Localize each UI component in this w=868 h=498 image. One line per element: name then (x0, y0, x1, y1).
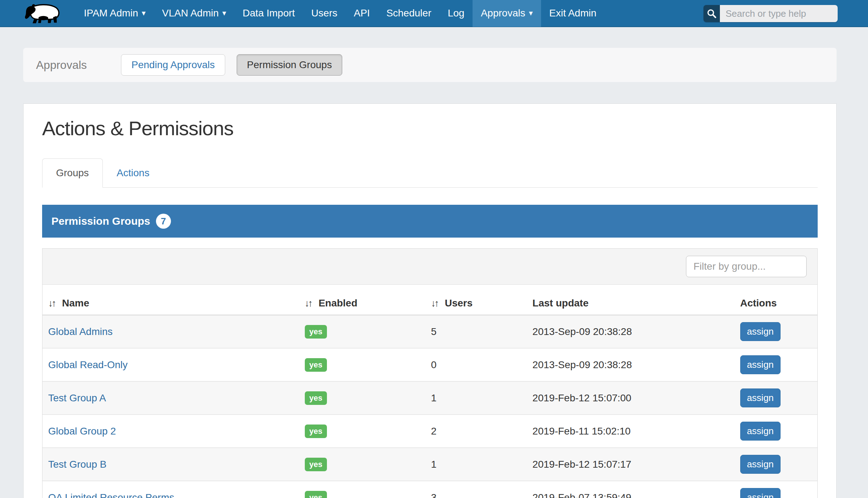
table-row: Global Read-Only yes 0 2013-Sep-09 20:38… (42, 348, 817, 381)
main-menu: IPAM Admin ▾ VLAN Admin ▾ Data Import Us… (76, 0, 605, 27)
group-name-link[interactable]: QA Limited Resource Perms (48, 492, 174, 498)
caret-down-icon: ▾ (222, 9, 226, 18)
nav-item-approvals[interactable]: Approvals ▾ (473, 0, 541, 27)
last-update: 2019-Feb-07 13:59:49 (527, 481, 735, 498)
group-name-link[interactable]: Test Group B (48, 459, 106, 470)
top-navbar: IPAM Admin ▾ VLAN Admin ▾ Data Import Us… (0, 0, 868, 27)
users-count: 5 (425, 315, 526, 348)
group-name-link[interactable]: Global Read-Only (48, 359, 128, 370)
global-search (703, 5, 838, 22)
nav-item-users[interactable]: Users (303, 0, 345, 27)
actions-permissions-panel: Actions & Permissions Groups Actions Per… (23, 103, 837, 498)
section-title: Permission Groups (51, 215, 150, 227)
pending-approvals-button[interactable]: Pending Approvals (121, 54, 225, 76)
tab-actions[interactable]: Actions (103, 158, 163, 188)
assign-button[interactable]: assign (740, 388, 781, 407)
nav-label: Approvals (481, 7, 525, 19)
nav-item-api[interactable]: API (345, 0, 378, 27)
last-update: 2013-Sep-09 20:38:28 (527, 348, 735, 381)
last-update: 2019-Feb-11 15:02:10 (527, 415, 735, 448)
group-count-badge: 7 (156, 214, 171, 229)
sort-icon: ↓↑ (305, 298, 312, 309)
nav-item-log[interactable]: Log (439, 0, 473, 27)
column-header-last-update: Last update (527, 285, 735, 315)
permission-groups-header: Permission Groups 7 (42, 205, 818, 238)
enabled-badge: yes (305, 391, 327, 405)
nav-item-vlan-admin[interactable]: VLAN Admin ▾ (154, 0, 234, 27)
nav-label: API (354, 7, 370, 19)
group-name-link[interactable]: Global Admins (48, 326, 113, 337)
approvals-title: Approvals (36, 59, 87, 72)
groups-table-container: ↓↑ Name ↓↑ Enabled ↓↑ Users Last updat (42, 248, 818, 498)
enabled-badge: yes (305, 358, 327, 372)
assign-button[interactable]: assign (740, 422, 781, 441)
column-header-enabled[interactable]: ↓↑ Enabled (299, 285, 425, 315)
page-body: Approvals Pending Approvals Permission G… (0, 48, 868, 498)
page-title: Actions & Permissions (42, 117, 818, 140)
column-header-actions: Actions (735, 285, 817, 315)
group-name-link[interactable]: Test Group A (48, 392, 106, 403)
sort-icon: ↓↑ (48, 298, 55, 309)
group-name-link[interactable]: Global Group 2 (48, 426, 116, 437)
last-update: 2019-Feb-12 15:07:17 (527, 448, 735, 481)
users-count: 1 (425, 381, 526, 415)
table-row: Global Admins yes 5 2013-Sep-09 20:38:28… (42, 315, 817, 348)
assign-button[interactable]: assign (740, 455, 781, 474)
caret-down-icon: ▾ (142, 9, 146, 18)
caret-down-icon: ▾ (529, 9, 533, 18)
nav-item-scheduler[interactable]: Scheduler (378, 0, 439, 27)
brand-logo[interactable] (24, 2, 64, 25)
column-label: Last update (533, 298, 589, 309)
tapir-logo-icon (24, 2, 61, 24)
enabled-badge: yes (305, 491, 327, 498)
column-label: Name (62, 298, 89, 309)
users-count: 3 (425, 481, 526, 498)
filter-by-group-input[interactable] (686, 256, 807, 277)
nav-label: Scheduler (386, 7, 431, 19)
users-count: 1 (425, 448, 526, 481)
column-label: Actions (740, 298, 777, 309)
assign-button[interactable]: assign (740, 488, 781, 498)
column-header-users[interactable]: ↓↑ Users (425, 285, 526, 315)
permission-groups-table: ↓↑ Name ↓↑ Enabled ↓↑ Users Last updat (42, 285, 817, 498)
enabled-badge: yes (305, 458, 327, 471)
nav-label: Log (448, 7, 464, 19)
approvals-toolbar: Approvals Pending Approvals Permission G… (23, 48, 837, 82)
search-input[interactable] (720, 5, 838, 22)
nav-item-data-import[interactable]: Data Import (234, 0, 303, 27)
nav-item-exit-admin[interactable]: Exit Admin (541, 0, 605, 27)
table-row: QA Limited Resource Perms yes 3 2019-Feb… (42, 481, 817, 498)
enabled-badge: yes (305, 325, 327, 339)
nav-label: Exit Admin (549, 7, 596, 19)
search-icon (703, 5, 720, 22)
nav-label: Users (311, 7, 337, 19)
nav-label: VLAN Admin (162, 7, 219, 19)
table-row: Test Group A yes 1 2019-Feb-12 15:07:00 … (42, 381, 817, 415)
table-header-row: ↓↑ Name ↓↑ Enabled ↓↑ Users Last updat (42, 285, 817, 315)
last-update: 2019-Feb-12 15:07:00 (527, 381, 735, 415)
nav-label: IPAM Admin (84, 7, 138, 19)
nav-label: Data Import (243, 7, 295, 19)
table-row: Test Group B yes 1 2019-Feb-12 15:07:17 … (42, 448, 817, 481)
column-label: Enabled (318, 298, 357, 309)
filter-toolbar (42, 249, 817, 285)
column-header-name[interactable]: ↓↑ Name (42, 285, 299, 315)
assign-button[interactable]: assign (740, 322, 781, 341)
users-count: 0 (425, 348, 526, 381)
last-update: 2013-Sep-09 20:38:28 (527, 315, 735, 348)
tab-bar: Groups Actions (42, 158, 818, 188)
nav-item-ipam-admin[interactable]: IPAM Admin ▾ (76, 0, 154, 27)
table-row: Global Group 2 yes 2 2019-Feb-11 15:02:1… (42, 415, 817, 448)
enabled-badge: yes (305, 425, 327, 438)
assign-button[interactable]: assign (740, 355, 781, 374)
permission-groups-button[interactable]: Permission Groups (237, 54, 342, 76)
tab-groups[interactable]: Groups (42, 158, 103, 188)
users-count: 2 (425, 415, 526, 448)
column-label: Users (445, 298, 473, 309)
sort-icon: ↓↑ (431, 298, 438, 309)
